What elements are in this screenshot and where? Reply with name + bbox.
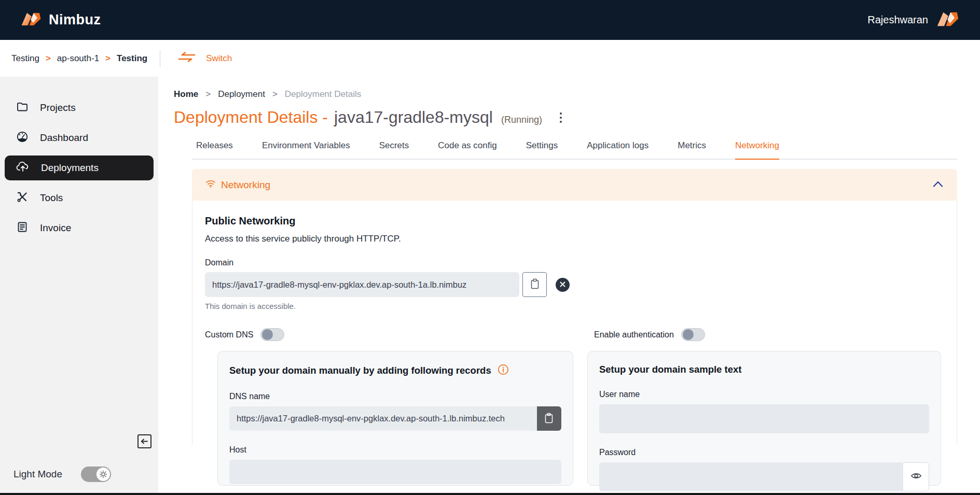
copy-dns-name-button[interactable] bbox=[537, 406, 561, 431]
close-icon bbox=[560, 280, 565, 289]
light-mode-label: Light Mode bbox=[13, 469, 62, 480]
app-header: Nimbuz Rajeshwaran bbox=[0, 0, 980, 40]
invoice-icon bbox=[16, 221, 29, 236]
public-networking-subtitle: Access to this service publicly through … bbox=[205, 234, 941, 244]
main-content: Home > Deployment > Deployment Details D… bbox=[158, 77, 980, 495]
sidebar-item-label: Invoice bbox=[40, 222, 71, 234]
switch-label: Switch bbox=[206, 53, 232, 64]
light-mode-toggle[interactable] bbox=[81, 466, 111, 482]
wifi-icon bbox=[205, 179, 216, 191]
switch-environment-button[interactable]: Switch bbox=[177, 51, 232, 65]
tab-networking[interactable]: Networking bbox=[735, 140, 779, 160]
tab-application-logs[interactable]: Application logs bbox=[587, 140, 648, 159]
sidebar-item-projects[interactable]: Projects bbox=[5, 95, 154, 120]
light-mode-knob bbox=[96, 468, 110, 481]
user-avatar[interactable] bbox=[936, 10, 959, 31]
tab-environment-variables[interactable]: Environment Variables bbox=[262, 140, 350, 159]
tab-code-as-config[interactable]: Code as config bbox=[438, 140, 496, 159]
brand[interactable]: Nimbuz bbox=[21, 11, 101, 30]
env-crumb-project[interactable]: Testing bbox=[11, 53, 39, 64]
host-input[interactable] bbox=[229, 460, 561, 484]
public-networking-title: Public Networking bbox=[205, 215, 941, 227]
sidebar-item-label: Tools bbox=[40, 192, 63, 204]
gauge-icon bbox=[16, 131, 29, 146]
dns-name-label: DNS name bbox=[229, 392, 561, 401]
brand-name: Nimbuz bbox=[49, 12, 101, 28]
breadcrumb-deployment-details: Deployment Details bbox=[285, 89, 361, 100]
divider bbox=[160, 50, 160, 67]
eye-icon bbox=[910, 472, 922, 482]
password-input[interactable] bbox=[599, 462, 903, 491]
custom-dns-label: Custom DNS bbox=[205, 330, 253, 340]
cloud-upload-icon bbox=[16, 161, 30, 176]
dns-name-input[interactable] bbox=[229, 406, 537, 431]
sidebar-item-deployments[interactable]: Deployments bbox=[5, 155, 154, 180]
deployment-name: java17-gradle8-mysql bbox=[334, 108, 493, 127]
sidebar-item-label: Dashboard bbox=[40, 132, 88, 144]
show-password-button[interactable] bbox=[903, 462, 929, 491]
nimbuz-logo-icon bbox=[21, 11, 42, 30]
accordion-title: Networking bbox=[221, 179, 270, 191]
domain-label: Domain bbox=[205, 258, 941, 267]
status-badge: (Running) bbox=[501, 115, 542, 125]
info-icon[interactable] bbox=[498, 364, 509, 377]
username-input[interactable] bbox=[599, 404, 929, 433]
sidebar-item-label: Deployments bbox=[41, 162, 99, 174]
page-title-row: Deployment Details - java17-gradle8-mysq… bbox=[174, 108, 980, 127]
networking-accordion-header[interactable]: Networking bbox=[192, 169, 957, 201]
folder-icon bbox=[16, 101, 29, 116]
copy-domain-button[interactable] bbox=[522, 272, 547, 297]
domain-input[interactable] bbox=[205, 272, 519, 297]
remove-domain-button[interactable] bbox=[556, 278, 570, 292]
env-crumb-environment[interactable]: Testing bbox=[117, 53, 147, 64]
chevron-up-icon[interactable] bbox=[932, 180, 944, 190]
page-breadcrumb: Home > Deployment > Deployment Details bbox=[174, 89, 980, 100]
clipboard-icon bbox=[544, 413, 554, 425]
tab-secrets[interactable]: Secrets bbox=[379, 140, 409, 159]
sidebar-item-invoice[interactable]: Invoice bbox=[5, 216, 154, 241]
custom-dns-toggle[interactable] bbox=[260, 328, 284, 341]
breadcrumb-separator: > bbox=[46, 53, 51, 64]
bottom-edge bbox=[0, 493, 980, 495]
sidebar-item-tools[interactable]: Tools bbox=[5, 186, 154, 210]
swap-icon bbox=[177, 51, 197, 65]
enable-authentication-label: Enable authentication bbox=[594, 330, 674, 340]
authentication-card: Setup your domain sample text User name … bbox=[587, 351, 941, 486]
host-label: Host bbox=[229, 445, 561, 455]
sidebar-item-dashboard[interactable]: Dashboard bbox=[5, 125, 154, 150]
page-title: Deployment Details - bbox=[174, 108, 328, 127]
domain-status-text: This domain is accessible. bbox=[205, 302, 941, 310]
breadcrumb-separator: > bbox=[272, 89, 278, 100]
sidebar-item-label: Projects bbox=[40, 102, 76, 114]
kebab-menu-icon[interactable] bbox=[558, 110, 564, 125]
collapse-sidebar-button[interactable] bbox=[137, 434, 151, 448]
environment-bar: Testing > ap-south-1 > Testing Switch bbox=[0, 40, 980, 77]
enable-authentication-toggle[interactable] bbox=[681, 328, 705, 341]
tools-icon bbox=[16, 191, 29, 206]
environment-breadcrumb: Testing > ap-south-1 > Testing bbox=[11, 53, 147, 64]
tab-releases[interactable]: Releases bbox=[196, 140, 233, 159]
password-label: Password bbox=[599, 448, 929, 457]
username-label: User name bbox=[599, 390, 929, 399]
dns-setup-card: Setup your domain manually by adding fol… bbox=[217, 351, 573, 486]
user-menu[interactable]: Rajeshwaran bbox=[867, 10, 959, 31]
tab-bar: Releases Environment Variables Secrets C… bbox=[192, 140, 957, 160]
breadcrumb-separator: > bbox=[205, 89, 211, 100]
light-mode-row: Light Mode bbox=[13, 466, 111, 482]
tab-settings[interactable]: Settings bbox=[526, 140, 558, 159]
breadcrumb-home[interactable]: Home bbox=[174, 89, 198, 100]
user-name: Rajeshwaran bbox=[867, 14, 928, 26]
dns-card-title: Setup your domain manually by adding fol… bbox=[229, 365, 491, 376]
breadcrumb-deployment[interactable]: Deployment bbox=[218, 89, 265, 100]
networking-panel: Public Networking Access to this service… bbox=[192, 201, 957, 445]
tab-metrics[interactable]: Metrics bbox=[678, 140, 706, 159]
breadcrumb-separator: > bbox=[105, 53, 111, 64]
clipboard-icon bbox=[530, 278, 540, 291]
sidebar: Projects Dashboard Deployme bbox=[0, 77, 158, 495]
env-crumb-region[interactable]: ap-south-1 bbox=[57, 53, 99, 64]
auth-card-title: Setup your domain sample text bbox=[599, 364, 741, 375]
